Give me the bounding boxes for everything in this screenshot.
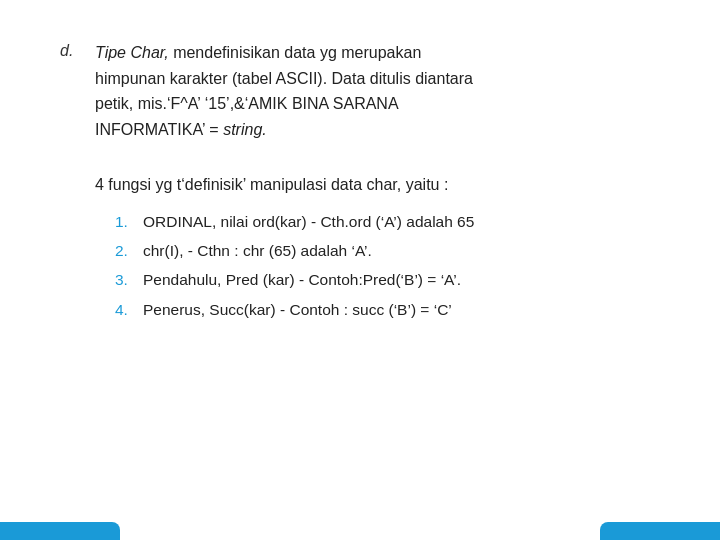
- functions-list: 1. ORDINAL, nilai ord(kar) - Cth.ord (‘A…: [95, 210, 660, 321]
- main-paragraph: Tipe Char, mendefinisikan data yg merupa…: [95, 40, 660, 142]
- page-content: d. Tipe Char, mendefinisikan data yg mer…: [0, 0, 720, 367]
- string-italic: string.: [223, 121, 267, 138]
- paragraph-line1: Tipe Char, mendefinisikan data yg merupa…: [95, 44, 421, 61]
- functions-title: 4 fungsi yg t‘definisik’ manipulasi data…: [95, 172, 660, 198]
- after-char: mendefinisikan data yg merupakan: [169, 44, 422, 61]
- paragraph-line4: INFORMATIKA’ = string.: [95, 121, 267, 138]
- paragraph-line2: himpunan karakter (tabel ASCII). Data di…: [95, 70, 473, 87]
- functions-section: 4 fungsi yg t‘definisik’ manipulasi data…: [60, 172, 660, 321]
- list-content-3: Pendahulu, Pred (kar) - Contoh:Pred(‘B’)…: [143, 268, 660, 291]
- list-number-3: 3.: [115, 268, 143, 291]
- list-item: 4. Penerus, Succ(kar) - Contoh : succ (‘…: [115, 298, 660, 321]
- bottom-bar-left: [0, 522, 120, 540]
- list-content-4: Penerus, Succ(kar) - Contoh : succ (‘B’)…: [143, 298, 660, 321]
- list-item: 2. chr(I), - Cthn : chr (65) adalah ‘A’.: [115, 239, 660, 262]
- tipe-word: Tipe: [95, 44, 130, 61]
- list-number-1: 1.: [115, 210, 143, 233]
- list-content-2: chr(I), - Cthn : chr (65) adalah ‘A’.: [143, 239, 660, 262]
- bottom-bar-right: [600, 522, 720, 540]
- list-item: 1. ORDINAL, nilai ord(kar) - Cth.ord (‘A…: [115, 210, 660, 233]
- paragraph-line3: petik, mis.‘F^A’ ‘15’,&‘AMIK BINA SARANA: [95, 95, 399, 112]
- list-number-2: 2.: [115, 239, 143, 262]
- line4-text: INFORMATIKA’ =: [95, 121, 223, 138]
- section-label: d.: [60, 40, 95, 60]
- list-content-1: ORDINAL, nilai ord(kar) - Cth.ord (‘A’) …: [143, 210, 660, 233]
- char-word: Char,: [130, 44, 168, 61]
- list-number-4: 4.: [115, 298, 143, 321]
- list-item: 3. Pendahulu, Pred (kar) - Contoh:Pred(‘…: [115, 268, 660, 291]
- section-d: d. Tipe Char, mendefinisikan data yg mer…: [60, 40, 660, 142]
